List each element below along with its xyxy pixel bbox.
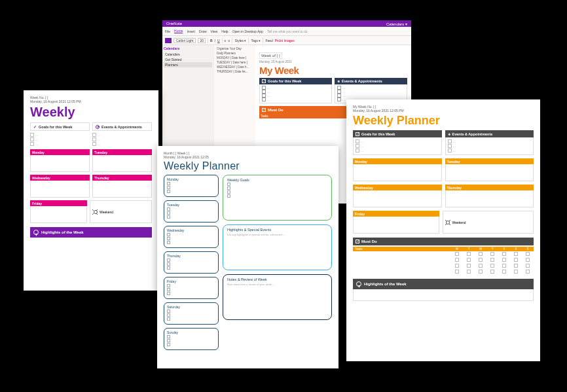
- day-wednesday: Wednesday: [353, 185, 442, 190]
- tab-home[interactable]: Home: [174, 29, 183, 33]
- checkbox-item[interactable]: …: [356, 144, 439, 148]
- day-tuesday: Tuesday: [92, 149, 152, 155]
- feed-button[interactable]: Feed: [265, 39, 272, 43]
- checkbox-item[interactable]: …: [30, 137, 90, 141]
- mustdo-heading: Must Do: [268, 108, 284, 112]
- page-item[interactable]: Daily Planners: [215, 51, 254, 56]
- day-tuesday[interactable]: Tuesday: [164, 200, 219, 223]
- day-monday: Monday: [30, 149, 90, 155]
- clock-icon: [96, 125, 100, 129]
- highlights-heading: Highlights & Special Events: [227, 228, 327, 232]
- underline-button[interactable]: U: [217, 39, 220, 43]
- app-name: OneNote: [166, 22, 182, 26]
- checkbox-item[interactable]: …: [30, 133, 90, 137]
- meta-date: Monday, 16 August 2021 12:05 PM: [30, 99, 152, 103]
- highlights-heading: Highlights of the Week: [364, 282, 407, 286]
- task-row[interactable]: [353, 263, 534, 269]
- fontsize-select[interactable]: 20: [198, 38, 206, 43]
- weekend-box: Weekend: [90, 200, 152, 223]
- day-monday: Monday: [353, 158, 442, 164]
- checkbox-item[interactable]: …: [448, 149, 532, 152]
- template-title: Weekly: [30, 105, 152, 120]
- highlights-body[interactable]: [353, 289, 534, 301]
- open-desktop[interactable]: Open in Desktop App: [232, 29, 263, 33]
- mustdo-heading: Must Do: [361, 240, 377, 243]
- weekly-goals-heading: Weekly Goals: [227, 178, 327, 182]
- bullets-icon[interactable]: ≡: [225, 39, 227, 43]
- events-heading: Events & Appointments: [342, 79, 382, 83]
- goals-heading: Goals for this Week: [361, 132, 395, 136]
- day-sunday[interactable]: Sunday: [164, 328, 219, 350]
- task-row[interactable]: [353, 251, 534, 257]
- tab-draw[interactable]: Draw: [199, 29, 207, 33]
- tab-insert[interactable]: Insert: [187, 29, 195, 33]
- checkbox-item[interactable]: …: [92, 133, 152, 137]
- weekly-goals-box[interactable]: Weekly Goals: [223, 175, 332, 221]
- tab-view[interactable]: View: [211, 29, 218, 33]
- page-item[interactable]: Organise Your Day: [215, 46, 254, 51]
- notes-box[interactable]: Notes & Review of Week Note down here a …: [223, 274, 332, 320]
- checkbox-item[interactable]: …: [262, 98, 329, 101]
- task-row[interactable]: [353, 257, 534, 263]
- col-m: M: [451, 247, 463, 251]
- italic-button[interactable]: I: [215, 39, 215, 43]
- goals-icon: [356, 132, 359, 136]
- day-thursday: Thursday: [92, 175, 152, 181]
- col-s2: S: [522, 247, 534, 251]
- page-item[interactable]: WEDNESDAY [ Date h...: [215, 65, 254, 69]
- tab-help[interactable]: Help: [221, 29, 228, 33]
- tell-me[interactable]: Tell me what you want to do: [267, 29, 308, 33]
- day-friday: Friday: [30, 200, 87, 206]
- onenote-titlebar: OneNote Calendars ▾: [162, 20, 411, 27]
- page-date: Monday, 23 August 2021: [259, 60, 407, 63]
- section-get-started[interactable]: Get Started: [164, 57, 212, 62]
- notebook-color-icon: [165, 38, 172, 43]
- goals-panel: Goals for this Week … … … …: [259, 78, 332, 103]
- tags-dropdown[interactable]: Tags ▾: [251, 39, 261, 43]
- page-weekof[interactable]: Week of [ ]: [259, 52, 282, 59]
- sun-icon: [445, 220, 450, 225]
- highlights-box[interactable]: Highlights & Special Events List any hig…: [223, 224, 332, 270]
- day-thursday: Thursday: [445, 185, 534, 190]
- day-wednesday[interactable]: Wednesday: [164, 226, 219, 248]
- bold-button[interactable]: B: [210, 39, 213, 43]
- page-title: My Week: [259, 65, 407, 76]
- section-planners[interactable]: Planners: [164, 62, 212, 67]
- col-s: S: [510, 247, 522, 251]
- page-item[interactable]: TUESDAY [ Date here ]: [215, 60, 254, 65]
- task-row[interactable]: [353, 269, 534, 275]
- meta-date: Monday, 16 August 2021 12:05 PM: [353, 109, 534, 113]
- ribbon-tabs: File Home Insert Draw View Help Open in …: [162, 27, 411, 36]
- weekend-label: Weekend: [100, 210, 113, 214]
- checkbox-item[interactable]: …: [30, 142, 90, 146]
- checkbox-item[interactable]: …: [92, 142, 152, 146]
- day-friday[interactable]: Friday: [164, 277, 219, 299]
- checkbox-item[interactable]: …: [448, 139, 532, 143]
- day-saturday[interactable]: Saturday: [164, 302, 219, 325]
- meta-date: Monday, 16 August 2021 12:05: [164, 155, 332, 159]
- page-item[interactable]: THURSDAY [ Date he...: [215, 69, 254, 74]
- titlebar-notebook[interactable]: Calendars ▾: [386, 22, 407, 26]
- day-thursday[interactable]: Thursday: [164, 251, 219, 274]
- checkbox-item[interactable]: …: [356, 149, 439, 152]
- highlights-hint: List any highlights or special events, m…: [227, 233, 327, 236]
- ribbon-icon: [356, 281, 361, 287]
- checkbox-item[interactable]: …: [448, 144, 532, 148]
- picbit-button[interactable]: Picbit Images: [275, 39, 295, 43]
- checkbox-item[interactable]: …: [356, 139, 439, 143]
- col-tasks: Tasks: [353, 247, 451, 251]
- day-friday: Friday: [353, 211, 439, 217]
- weekend-box: Weekend: [443, 211, 534, 234]
- styles-dropdown[interactable]: Styles ▾: [234, 39, 246, 43]
- col-w: W: [475, 247, 486, 251]
- checkbox-item[interactable]: …: [92, 137, 152, 141]
- font-select[interactable]: Calibri Light: [174, 38, 196, 43]
- notebook-name[interactable]: Calendars: [164, 46, 212, 50]
- day-monday[interactable]: Monday: [164, 175, 219, 197]
- day-tuesday: Tuesday: [445, 158, 534, 164]
- events-icon: [448, 132, 450, 136]
- tab-file[interactable]: File: [165, 29, 170, 33]
- page-item[interactable]: MONDAY [ Date here ]: [215, 56, 254, 60]
- numbering-icon[interactable]: ≡: [229, 39, 230, 43]
- section-calendars[interactable]: Calendars: [164, 52, 212, 57]
